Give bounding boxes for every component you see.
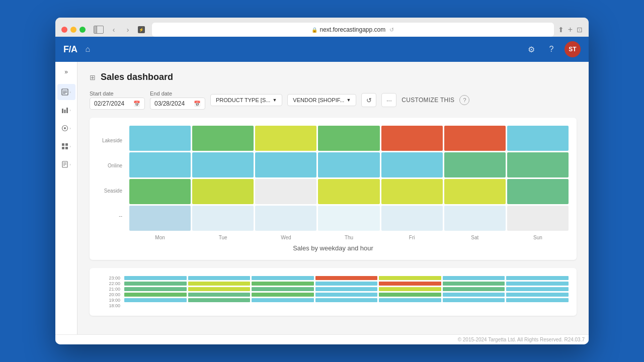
second-chart-cell <box>379 287 441 291</box>
forward-button[interactable]: › <box>122 24 134 36</box>
share-icon[interactable]: ⬆ <box>558 26 564 34</box>
weekday-hour-chart: Lakeside Online Seaside -- MonTueWedThuF… <box>90 118 577 260</box>
second-chart-cell <box>188 287 251 291</box>
heatmap-x-label: Mon <box>129 233 191 240</box>
heatmap-cell <box>255 152 316 177</box>
heatmap-cell <box>318 126 379 151</box>
sidebar: » › <box>55 62 77 334</box>
user-avatar[interactable]: ST <box>565 41 581 57</box>
reload-icon[interactable]: ↺ <box>389 27 394 33</box>
heatmap-cell <box>192 206 254 231</box>
heatmap-cell <box>444 126 506 151</box>
svg-rect-5 <box>64 110 66 113</box>
svg-point-8 <box>64 127 66 129</box>
vendor-filter-button[interactable]: VENDOR [SHOPIF... ▼ <box>287 94 356 106</box>
sidebar-item-grid[interactable]: › <box>57 138 75 154</box>
heatmap-cell <box>444 152 506 177</box>
home-icon[interactable]: ⌂ <box>86 45 91 54</box>
heatmap-cell <box>444 206 506 231</box>
customize-this-link[interactable]: CUSTOMIZE THIS <box>401 97 454 104</box>
analytics-icon <box>61 107 68 114</box>
heatmap-cell <box>507 206 569 231</box>
second-chart-cell <box>506 293 569 297</box>
sidebar-toggle-icon[interactable] <box>94 26 104 34</box>
reports-icon <box>61 88 68 96</box>
browser-chrome: ‹ › ⚡ 🔒 next.forecastingapp.com ↺ ⬆ + <box>55 18 589 37</box>
sidebar-chevron-icon: › <box>69 90 71 95</box>
help-button[interactable]: ? <box>544 42 558 56</box>
heatmap-grid-container: MonTueWedThuFriSatSun <box>129 126 569 240</box>
second-chart-cell <box>379 293 441 297</box>
end-date-value: 03/28/2024 <box>154 100 185 107</box>
heatmap-cell <box>318 179 379 204</box>
product-type-filter-label: PRODUCT TYPE [S... <box>216 97 270 103</box>
heatmap-x-label: Wed <box>255 233 316 240</box>
second-chart-cell <box>506 298 569 302</box>
second-chart-cell <box>443 276 505 280</box>
second-chart-cell <box>379 282 441 286</box>
end-date-label: End date <box>150 90 205 97</box>
svg-rect-9 <box>62 143 64 146</box>
second-chart-cell <box>443 287 505 291</box>
address-bar[interactable]: 🔒 next.forecastingapp.com ↺ <box>152 23 554 37</box>
sidebar-collapse-button[interactable]: » <box>59 66 73 78</box>
second-chart-cell <box>188 276 251 280</box>
second-chart-cell <box>443 298 505 302</box>
second-chart-cell <box>188 293 251 297</box>
sidebar-chevron-2-icon: › <box>69 108 71 113</box>
second-chart-cell <box>188 298 251 302</box>
sidebar-item-analytics[interactable]: › <box>57 102 75 118</box>
heatmap-cell <box>507 179 569 204</box>
url-text: next.forecastingapp.com <box>319 26 385 33</box>
docs-icon <box>61 161 68 168</box>
product-type-filter-button[interactable]: PRODUCT TYPE [S... ▼ <box>210 94 282 106</box>
browser-actions: ⬆ + ⊡ <box>558 25 583 34</box>
second-chart-cell <box>315 293 378 297</box>
start-calendar-icon: 📅 <box>133 101 140 107</box>
second-chart-cell <box>379 298 441 302</box>
close-button[interactable] <box>61 27 67 33</box>
start-date-input[interactable]: 02/27/2024 📅 <box>90 98 145 110</box>
grid-icon <box>61 143 68 150</box>
heatmap-cell <box>129 206 191 231</box>
new-tab-icon[interactable]: + <box>568 25 573 34</box>
end-date-input[interactable]: 03/28/2024 📅 <box>150 98 205 110</box>
product-type-chevron-icon: ▼ <box>272 98 277 103</box>
sidebar-item-docs[interactable]: › <box>57 156 75 172</box>
heatmap-cell <box>192 126 254 151</box>
maximize-button[interactable] <box>79 27 86 33</box>
y2-label-21: 21:00 <box>98 287 120 291</box>
vendor-chevron-icon: ▼ <box>346 98 351 103</box>
more-options-button[interactable]: ··· <box>381 93 396 107</box>
start-date-field: Start date 02/27/2024 📅 <box>90 90 145 110</box>
refresh-button[interactable]: ↺ <box>361 93 376 107</box>
second-chart-cell <box>124 282 187 286</box>
heatmap-cell <box>318 152 379 177</box>
refresh-icon: ↺ <box>366 97 372 104</box>
second-chart-cell <box>443 293 505 297</box>
back-button[interactable]: ‹ <box>108 24 120 36</box>
browser-nav-controls: ‹ › <box>108 24 134 36</box>
toolbar-help-button[interactable]: ? <box>459 95 469 105</box>
settings-button[interactable]: ⚙ <box>524 42 538 56</box>
second-chart-cell <box>506 287 569 291</box>
sidebar-item-reports[interactable]: › <box>57 84 75 100</box>
second-chart-cell <box>443 282 505 286</box>
chart-title: Sales by weekday and hour <box>98 244 569 252</box>
heatmap-cell <box>192 152 254 177</box>
svg-rect-6 <box>66 108 68 113</box>
app-logo: F/A <box>63 44 77 55</box>
second-chart-y-labels: 23:00 22:00 21:00 20:00 19:00 18:00 <box>98 276 120 308</box>
sidebar-item-orders[interactable]: › <box>57 120 75 136</box>
start-date-value: 02/27/2024 <box>94 100 124 107</box>
minimize-button[interactable] <box>70 27 76 33</box>
tabs-icon[interactable]: ⊡ <box>577 26 583 34</box>
double-chevron-icon: » <box>64 68 68 75</box>
second-chart-grid-container <box>124 276 569 302</box>
y2-label-18: 18:00 <box>98 304 120 308</box>
second-chart-cell <box>506 282 569 286</box>
heatmap-cell <box>255 179 316 204</box>
heatmap-cell <box>381 126 443 151</box>
heatmap-x-label: Sun <box>507 233 569 240</box>
second-chart-cell <box>252 298 314 302</box>
